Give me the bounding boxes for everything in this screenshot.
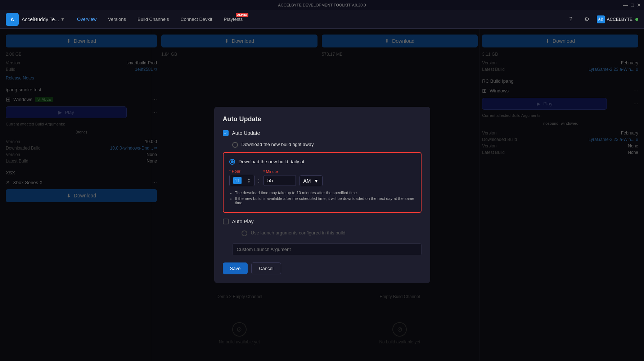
nav-bar: A AccelBuddy Te... ▼ Overview Versions B… <box>0 10 644 29</box>
tab-build-channels[interactable]: Build Channels <box>132 14 174 24</box>
user-menu[interactable]: AB ACCELBYTE <box>597 15 638 23</box>
option2-radio[interactable] <box>229 159 235 165</box>
auto-update-row[interactable]: ✓ Auto Update <box>223 130 422 136</box>
save-button[interactable]: Save <box>223 262 248 274</box>
maximize-btn[interactable]: □ <box>631 2 634 8</box>
auto-update-modal: Auto Update ✓ Auto Update Download the n… <box>214 107 430 283</box>
minute-input[interactable]: 55 <box>264 175 296 186</box>
hour-required-star: * <box>229 169 231 173</box>
app-title: ACCELBYTE DEVELOPMENT TOOLKIT V.0.20.0 <box>278 3 366 7</box>
option1-label: Download the new build right away <box>242 142 314 147</box>
ampm-value: AM <box>303 178 311 184</box>
tab-playtests[interactable]: Playtests ALPHA <box>219 14 248 24</box>
modal-actions: Save Cancel <box>223 262 422 274</box>
option1-row[interactable]: Download the new build right away <box>223 142 422 148</box>
time-notes: The download time may take up to 10 minu… <box>229 191 415 205</box>
auto-update-checkbox[interactable]: ✓ <box>223 130 229 136</box>
ampm-select[interactable]: AM ▼ <box>300 175 323 186</box>
modal-overlay: Auto Update ✓ Auto Update Download the n… <box>0 29 644 361</box>
settings-btn[interactable]: ⚙ <box>581 14 593 25</box>
title-bar: ACCELBYTE DEVELOPMENT TOOLKIT V.0.20.0 —… <box>0 0 644 10</box>
tab-versions[interactable]: Versions <box>103 14 131 24</box>
daily-build-section: Download the new build daily at * Hour 1… <box>223 152 422 213</box>
hour-down-arrow[interactable]: ▼ <box>248 180 251 184</box>
nav-tabs: Overview Versions Build Channels Connect… <box>72 14 565 24</box>
tab-overview[interactable]: Overview <box>72 14 102 24</box>
hour-value: 11 <box>233 178 242 183</box>
launch-option-row: Use launch arguments configured in this … <box>232 230 422 236</box>
auto-play-label: Auto Play <box>232 219 254 224</box>
minute-required-star: * <box>264 169 265 174</box>
time-note-2: If the new build is available after the … <box>235 196 415 205</box>
app-name-chevron-icon[interactable]: ▼ <box>60 17 65 22</box>
option1-radio[interactable] <box>232 142 238 148</box>
checkmark-icon: ✓ <box>224 131 227 136</box>
minute-value: 55 <box>267 178 273 183</box>
hour-label: * Hour <box>229 169 255 173</box>
hour-up-arrow[interactable]: ▲ <box>248 177 251 180</box>
main-content: ⬇ Download 2.06 GB Version smartbuild-Pr… <box>0 29 644 361</box>
modal-title: Auto Update <box>223 115 422 123</box>
minute-label: * Minute <box>264 169 296 174</box>
option2-label: Download the new build daily at <box>239 159 305 164</box>
launch-option-label: Use launch arguments configured in this … <box>251 230 346 236</box>
hour-input[interactable]: 11 ▲ ▼ <box>229 175 255 186</box>
minute-field-group: * Minute 55 <box>264 169 296 186</box>
online-status-dot <box>635 18 638 21</box>
autoplay-section: Auto Play Use launch arguments configure… <box>223 219 422 255</box>
launch-radio <box>242 230 247 236</box>
close-btn[interactable]: ✕ <box>637 2 641 8</box>
alpha-badge: ALPHA <box>236 13 249 17</box>
auto-play-checkbox[interactable] <box>223 219 229 224</box>
custom-launch-input[interactable] <box>232 243 422 255</box>
minimize-btn[interactable]: — <box>623 2 628 8</box>
user-label: ACCELBYTE <box>607 17 632 22</box>
option2-header-row: Download the new build daily at <box>229 159 415 165</box>
window-controls: — □ ✕ <box>623 2 641 8</box>
launch-args-section: Use launch arguments configured in this … <box>223 230 422 255</box>
app-logo: A <box>6 13 19 26</box>
time-note-1: The download time may take up to 10 minu… <box>235 191 415 195</box>
user-logo: AB <box>597 15 605 23</box>
app-name-label: AccelBuddy Te... <box>22 17 59 22</box>
ampm-chevron-icon: ▼ <box>314 178 319 184</box>
time-separator: : <box>258 177 260 185</box>
auto-update-label: Auto Update <box>232 130 260 136</box>
nav-right: ? ⚙ AB ACCELBYTE <box>565 14 638 25</box>
hour-selected: 11 <box>233 177 242 184</box>
hour-spinner[interactable]: ▲ ▼ <box>248 177 251 184</box>
cancel-button[interactable]: Cancel <box>251 262 281 274</box>
time-picker-row: * Hour 11 ▲ ▼ : <box>229 169 415 186</box>
hour-field-group: * Hour 11 ▲ ▼ <box>229 169 255 186</box>
auto-play-row[interactable]: Auto Play <box>223 219 422 224</box>
tab-connect-devkit[interactable]: Connect Devkit <box>175 14 217 24</box>
help-btn[interactable]: ? <box>565 14 577 25</box>
